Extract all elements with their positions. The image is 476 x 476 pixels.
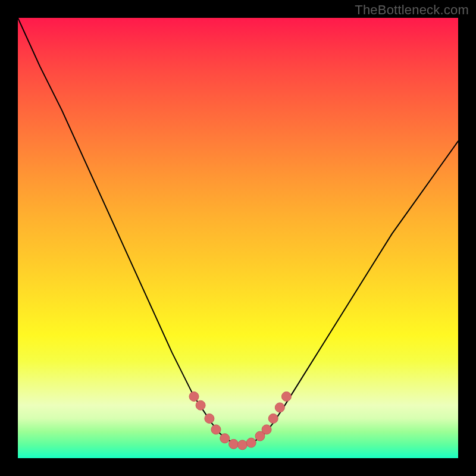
chart-svg bbox=[18, 18, 458, 458]
outer-frame: TheBottleneck.com bbox=[0, 0, 476, 476]
watermark-text: TheBottleneck.com bbox=[355, 2, 469, 18]
curve-marker bbox=[205, 414, 214, 423]
curve-marker bbox=[246, 438, 256, 447]
curve-marker bbox=[196, 400, 205, 410]
marker-group bbox=[189, 392, 291, 449]
curve-marker bbox=[220, 434, 230, 443]
curve-marker bbox=[237, 440, 247, 450]
curve-marker bbox=[229, 439, 239, 449]
curve-marker bbox=[211, 425, 221, 434]
curve-marker bbox=[275, 403, 284, 412]
curve-marker bbox=[281, 392, 291, 401]
plot-area bbox=[18, 18, 458, 458]
curve-marker bbox=[189, 392, 199, 401]
bottleneck-curve bbox=[18, 18, 458, 445]
curve-marker bbox=[268, 414, 278, 423]
curve-marker bbox=[262, 425, 271, 434]
